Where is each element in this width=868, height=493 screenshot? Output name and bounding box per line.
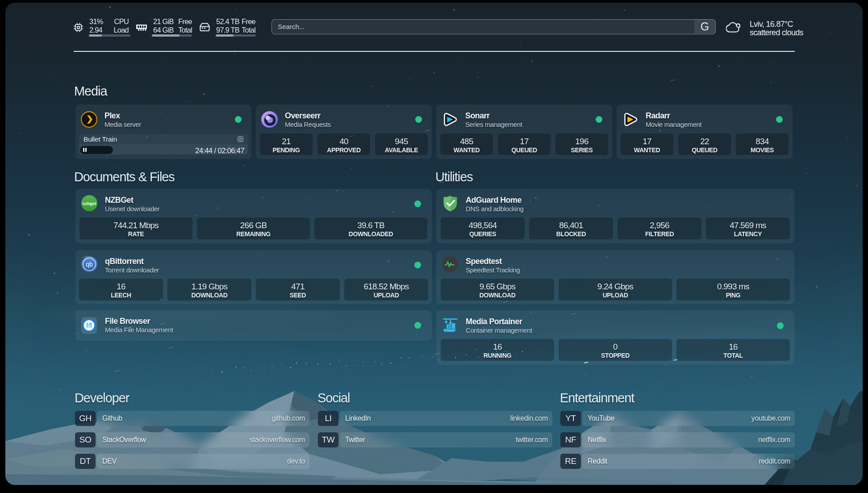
- svg-text:nzbget: nzbget: [83, 201, 96, 206]
- svg-text:qb: qb: [86, 261, 93, 268]
